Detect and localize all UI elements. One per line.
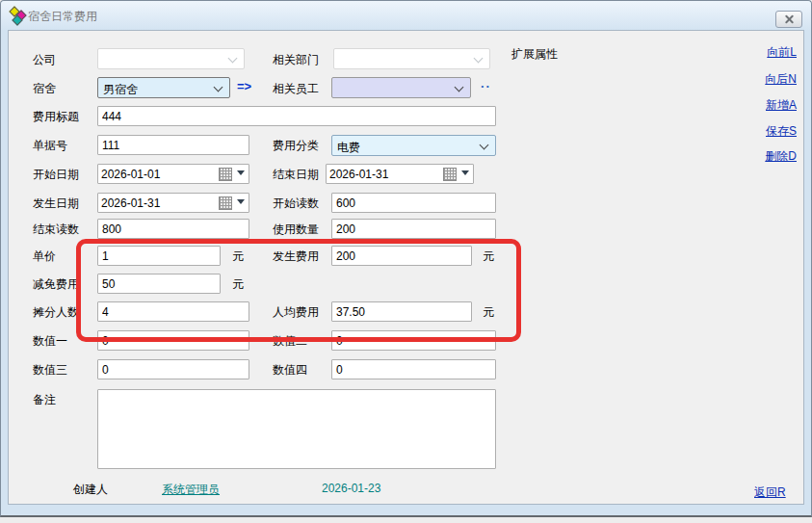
company-label: 公司 [33, 52, 56, 68]
chevron-down-icon [480, 141, 489, 150]
creator-name: 系统管理员 [162, 482, 220, 498]
expense-category-value: 电费 [337, 140, 360, 156]
dialog-dormitory-daily-expense: 宿舍日常费用 公司 相关部门 扩展属性 宿舍 男宿舍 => 相关员工 [0, 0, 812, 517]
date-dropdown-arrow-icon[interactable] [237, 199, 245, 204]
discount-cost-unit: 元 [232, 276, 244, 293]
occur-date-label: 发生日期 [33, 196, 79, 212]
expense-title-input[interactable] [97, 106, 496, 126]
end-reading-label: 结束读数 [33, 222, 79, 238]
remark-label: 备注 [33, 392, 56, 408]
end-date-picker[interactable] [326, 164, 474, 184]
date-dropdown-arrow-icon[interactable] [237, 170, 245, 175]
num4-input[interactable] [331, 359, 496, 379]
end-date-label: 结束日期 [273, 167, 319, 183]
num4-label: 数值四 [273, 362, 307, 379]
save-link[interactable]: 保存S [766, 123, 797, 140]
num2-label: 数值二 [273, 333, 307, 350]
avg-cost-unit: 元 [483, 304, 494, 321]
occur-date-input[interactable] [98, 194, 203, 212]
occur-cost-unit: 元 [483, 248, 494, 265]
app-icon [10, 8, 25, 23]
calendar-icon [219, 168, 232, 181]
expense-category-label: 费用分类 [273, 138, 319, 154]
share-count-label: 摊分人数 [33, 304, 79, 321]
doc-no-label: 单据号 [33, 138, 67, 154]
num1-input[interactable] [97, 330, 249, 351]
employee-lookup-button[interactable]: .. [481, 76, 491, 91]
num3-input[interactable] [97, 359, 249, 379]
calendar-icon [219, 196, 232, 210]
chevron-down-icon [455, 83, 464, 92]
start-reading-label: 开始读数 [273, 196, 319, 212]
discount-cost-input[interactable] [97, 274, 221, 294]
add-link[interactable]: 新增A [766, 97, 797, 114]
occur-date-picker[interactable] [97, 193, 249, 213]
created-date: 2026-01-23 [322, 482, 380, 495]
date-dropdown-arrow-icon[interactable] [461, 170, 469, 175]
calendar-icon [443, 168, 457, 181]
transfer-arrow-button[interactable]: => [237, 79, 251, 93]
screen: 宿舍日常费用 公司 相关部门 扩展属性 宿舍 男宿舍 => 相关员工 [0, 0, 812, 523]
chevron-down-icon [228, 54, 238, 64]
remark-textarea[interactable] [97, 389, 496, 469]
creator-label: 创建人 [73, 482, 108, 498]
start-date-input[interactable] [98, 165, 203, 183]
usage-qty-label: 使用数量 [273, 222, 319, 238]
nav-next-link[interactable]: 向后N [765, 71, 797, 88]
doc-no-input[interactable] [97, 135, 249, 155]
extended-attributes-label: 扩展属性 [511, 46, 558, 63]
unit-price-unit: 元 [232, 248, 244, 265]
delete-link[interactable]: 删除D [765, 148, 797, 165]
dormitory-label: 宿舍 [33, 81, 56, 97]
usage-qty-input[interactable] [331, 219, 496, 239]
end-reading-input[interactable] [97, 219, 249, 239]
avg-cost-input[interactable] [331, 301, 472, 322]
chevron-down-icon [214, 83, 223, 92]
share-count-input[interactable] [97, 301, 249, 322]
nav-prev-link[interactable]: 向前L [767, 44, 797, 61]
expense-title-label: 费用标题 [33, 109, 79, 125]
titlebar[interactable]: 宿舍日常费用 [1, 1, 811, 30]
discount-cost-label: 减免费用 [33, 276, 79, 293]
end-date-input[interactable] [327, 165, 429, 183]
dormitory-select[interactable]: 男宿舍 [97, 77, 230, 98]
num1-label: 数值一 [33, 333, 67, 350]
company-select[interactable] [97, 48, 245, 69]
back-link[interactable]: 返回R [754, 484, 786, 501]
occur-cost-input[interactable] [331, 246, 472, 266]
related-dept-label: 相关部门 [273, 52, 319, 68]
avg-cost-label: 人均费用 [273, 304, 319, 321]
related-employee-label: 相关员工 [273, 81, 319, 97]
occur-cost-label: 发生费用 [273, 248, 319, 265]
dormitory-value: 男宿舍 [103, 82, 138, 98]
start-reading-input[interactable] [331, 193, 496, 213]
window-title: 宿舍日常费用 [28, 9, 97, 25]
num2-input[interactable] [331, 330, 496, 351]
related-employee-select[interactable] [331, 77, 471, 98]
unit-price-label: 单价 [33, 248, 56, 265]
close-button[interactable] [775, 11, 802, 28]
unit-price-input[interactable] [97, 246, 221, 266]
start-date-picker[interactable] [97, 164, 249, 184]
num3-label: 数值三 [33, 362, 67, 379]
close-icon [784, 14, 794, 24]
start-date-label: 开始日期 [33, 167, 79, 183]
related-dept-select[interactable] [333, 48, 490, 69]
expense-category-select[interactable]: 电费 [331, 135, 496, 156]
chevron-down-icon [474, 54, 484, 64]
